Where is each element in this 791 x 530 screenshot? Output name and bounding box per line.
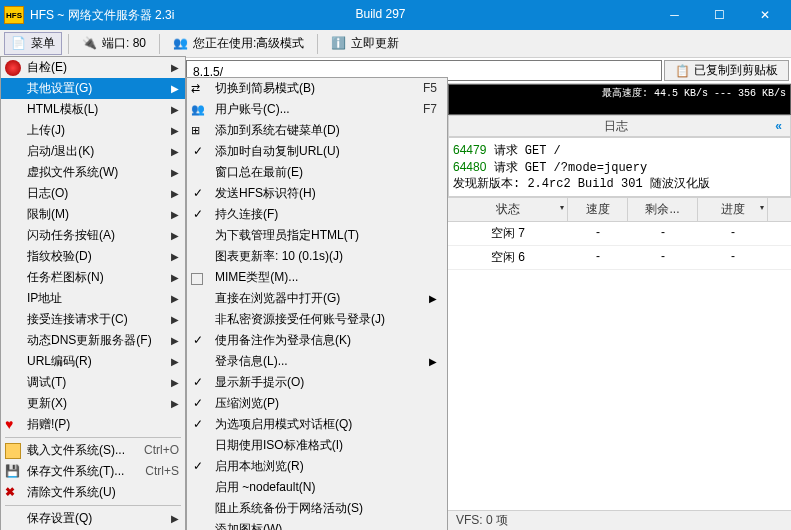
submenu-item[interactable]: ✓添加时自动复制URL(U)	[187, 141, 447, 162]
submenu-item[interactable]: ✓显示新手提示(O)	[187, 372, 447, 393]
submenu-item[interactable]: 阻止系统备份于网络活动(S)	[187, 498, 447, 519]
column-header[interactable]: 进度▾	[698, 198, 768, 221]
submenu-item[interactable]: 启用 ~nodefault(N)	[187, 477, 447, 498]
build-label: Build 297	[356, 7, 406, 21]
collapse-log-icon[interactable]: «	[775, 119, 782, 133]
submenu-item[interactable]: ✓使用备注作为登录信息(K)	[187, 330, 447, 351]
chevron-right-icon: ▶	[171, 333, 179, 348]
submenu-item[interactable]: ⊞添加到系统右键菜单(D)	[187, 120, 447, 141]
users-icon: 👥	[191, 102, 207, 118]
chevron-right-icon: ▶	[171, 249, 179, 264]
submenu-item[interactable]: ✓持久连接(F)	[187, 204, 447, 225]
plus-red-icon	[5, 60, 21, 76]
copy-label: 已复制到剪贴板	[694, 62, 778, 79]
submenu-item[interactable]: ✓压缩浏览(P)	[187, 393, 447, 414]
chevron-right-icon: ▶	[171, 228, 179, 243]
update-button[interactable]: ℹ️ 立即更新	[324, 32, 406, 55]
menu-item[interactable]: 虚拟文件系统(W)▶	[1, 162, 185, 183]
chevron-right-icon: ▶	[171, 102, 179, 117]
submenu-item[interactable]: ✓发送HFS标识符(H)	[187, 183, 447, 204]
submenu-item[interactable]: 图表更新率: 10 (0.1s)(J)	[187, 246, 447, 267]
submenu-item[interactable]: 窗口总在最前(E)	[187, 162, 447, 183]
menu-item[interactable]: 保存设置(Q)▶	[1, 508, 185, 529]
column-header[interactable]: 剩余...	[628, 198, 698, 221]
heart-icon: ♥	[5, 417, 21, 433]
menu-item[interactable]: 指纹校验(D)▶	[1, 246, 185, 267]
submenu-item[interactable]: 非私密资源接受任何账号登录(J)	[187, 309, 447, 330]
submenu-item[interactable]: 日期使用ISO标准格式(I)	[187, 435, 447, 456]
menu-item[interactable]: ♥捐赠!(P)	[1, 414, 185, 435]
menu-item[interactable]: 载入文件系统(S)...Ctrl+O	[1, 440, 185, 461]
menu-item[interactable]: 启动/退出(K)▶	[1, 141, 185, 162]
log-title: 日志	[457, 118, 775, 135]
check-icon: ✓	[193, 396, 203, 411]
menu-item[interactable]: IP地址▶	[1, 288, 185, 309]
submenu-item[interactable]: ✓为选项启用模式对话框(Q)	[187, 414, 447, 435]
win-icon: ⊞	[191, 123, 207, 139]
column-header[interactable]: 速度	[568, 198, 628, 221]
chevron-right-icon: ▶	[171, 291, 179, 306]
menu-item[interactable]: 自检(E)▶	[1, 57, 185, 78]
menu-button[interactable]: 📄 菜单	[4, 32, 62, 55]
chevron-right-icon: ▶	[171, 207, 179, 222]
window-title: HFS ~ 网络文件服务器 2.3i	[30, 7, 174, 24]
users-icon: 👥	[173, 36, 189, 52]
chevron-right-icon: ▶	[171, 396, 179, 411]
x-icon: ✖	[5, 485, 21, 501]
menu-icon: 📄	[11, 36, 27, 52]
minimize-button[interactable]: ─	[652, 0, 697, 30]
menu-item[interactable]: 限制(M)▶	[1, 204, 185, 225]
log-body[interactable]: 64479 请求 GET / 64480 请求 GET /?mode=jquer…	[448, 137, 791, 197]
chevron-right-icon: ▶	[171, 312, 179, 327]
log-header: 日志 «	[448, 115, 791, 137]
maximize-button[interactable]: ☐	[697, 0, 742, 30]
title-bar: HFS HFS ~ 网络文件服务器 2.3i Build 297 ─ ☐ ✕	[0, 0, 791, 30]
menu-item[interactable]: 接受连接请求于(C)▶	[1, 309, 185, 330]
menu-item[interactable]: 更新(X)▶	[1, 393, 185, 414]
menu-item[interactable]: URL编码(R)▶	[1, 351, 185, 372]
submenu-item[interactable]: ⇄切换到简易模式(B)F5	[187, 78, 447, 99]
check-icon: ✓	[193, 207, 203, 222]
folder-icon	[5, 443, 21, 459]
check-icon: ✓	[193, 375, 203, 390]
table-row[interactable]: 空闲 7---	[448, 222, 791, 246]
table-row[interactable]: 空闲 6---	[448, 246, 791, 270]
menu-item[interactable]: 动态DNS更新服务器(F)▶	[1, 330, 185, 351]
check-icon: ✓	[193, 417, 203, 432]
mode-button[interactable]: 👥 您正在使用:高级模式	[166, 32, 311, 55]
submenu-item[interactable]: 直接在浏览器中打开(G)▶	[187, 288, 447, 309]
submenu-item[interactable]: 添加图标(W)...	[187, 519, 447, 530]
chevron-right-icon: ▶	[171, 123, 179, 138]
copy-url-button[interactable]: 📋 已复制到剪贴板	[664, 60, 789, 81]
submenu-item[interactable]: 为下载管理员指定HTML(T)	[187, 225, 447, 246]
disk-icon: 💾	[5, 464, 21, 480]
menu-item[interactable]: 💾保存文件系统(T)...Ctrl+S	[1, 461, 185, 482]
vfs-status: VFS: 0 项	[456, 512, 508, 529]
port-button[interactable]: 🔌 端口: 80	[75, 32, 153, 55]
menu-item[interactable]: 其他设置(G)▶	[1, 78, 185, 99]
menu-item[interactable]: 闪动任务按钮(A)▶	[1, 225, 185, 246]
menu-item[interactable]: 任务栏图标(N)▶	[1, 267, 185, 288]
copy-icon: 📋	[675, 64, 690, 78]
chevron-right-icon: ▶	[171, 270, 179, 285]
main-context-menu: 自检(E)▶其他设置(G)▶HTML模板(L)▶上传(J)▶启动/退出(K)▶虚…	[0, 56, 186, 530]
submenu-item[interactable]: MIME类型(M)...	[187, 267, 447, 288]
submenu-item[interactable]: ✓启用本地浏览(R)	[187, 456, 447, 477]
menu-item[interactable]: ✖清除文件系统(U)	[1, 482, 185, 503]
sort-icon: ▾	[560, 203, 564, 212]
chevron-right-icon: ▶	[171, 144, 179, 159]
submenu-item[interactable]: 登录信息(L)...▶	[187, 351, 447, 372]
speed-text: 最高速度: 44.5 KB/s --- 356 KB/s	[602, 86, 786, 100]
check-icon: ✓	[193, 186, 203, 201]
menu-item[interactable]: 日志(O)▶	[1, 183, 185, 204]
port-icon: 🔌	[82, 36, 98, 52]
toolbar: 📄 菜单 🔌 端口: 80 👥 您正在使用:高级模式 ℹ️ 立即更新	[0, 30, 791, 58]
menu-item[interactable]: 上传(J)▶	[1, 120, 185, 141]
submenu-item[interactable]: 👥用户账号(C)...F7	[187, 99, 447, 120]
menu-item[interactable]: HTML模板(L)▶	[1, 99, 185, 120]
chevron-right-icon: ▶	[171, 375, 179, 390]
port-label: 端口: 80	[102, 35, 146, 52]
close-button[interactable]: ✕	[742, 0, 787, 30]
menu-item[interactable]: 调试(T)▶	[1, 372, 185, 393]
column-header[interactable]: 状态▾	[448, 198, 568, 221]
